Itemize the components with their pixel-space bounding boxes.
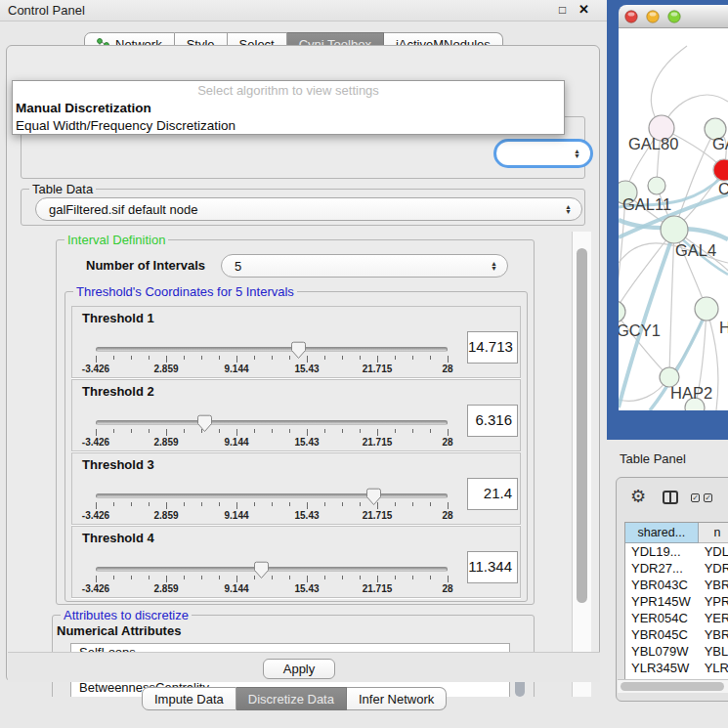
column-header-name[interactable]: n: [699, 523, 728, 543]
tick-mark: [430, 429, 431, 433]
gear-icon[interactable]: ⚙: [630, 486, 646, 507]
tick-label: 9.144: [224, 364, 248, 374]
node-gal4[interactable]: [661, 216, 688, 243]
section-title: Threshold's Coordinates for 5 Intervals: [73, 284, 297, 299]
tick-mark: [324, 576, 325, 579]
tick-mark: [219, 356, 220, 360]
tick-mark: [395, 429, 396, 433]
tick-mark: [131, 576, 132, 579]
table-row[interactable]: YLR345WYLR3: [625, 660, 728, 676]
table-row[interactable]: YBL079WYBL0: [625, 643, 728, 660]
table-cell: YBR043C: [625, 577, 699, 593]
table-row[interactable]: YPR145WYPR1: [625, 593, 728, 610]
tick-mark: [236, 429, 237, 436]
dropdown-option-manual-discretization[interactable]: Manual Discretization: [13, 100, 564, 117]
threshold-label: Threshold 3: [82, 457, 154, 472]
tick-mark: [412, 429, 413, 433]
split-columns-icon[interactable]: [663, 491, 678, 504]
threshold-slider[interactable]: -3.4262.8599.14415.4321.71528: [96, 566, 448, 597]
panel-title: Control Panel: [8, 3, 85, 18]
bottom-tab-bar: Impute DataDiscretize DataInfer Network: [142, 687, 447, 710]
tick-label: 15.43: [294, 583, 319, 594]
threshold-slider[interactable]: -3.4262.8599.14415.4321.71528: [96, 492, 448, 524]
network-window-frame[interactable]: GAL80 GA C GAL11 GAL4 GCY1 H HAP2: [607, 0, 728, 440]
network-canvas[interactable]: GAL80 GA C GAL11 GAL4 GCY1 H HAP2: [619, 28, 728, 410]
tick-mark: [254, 429, 255, 433]
slider-track[interactable]: [96, 567, 448, 572]
tick-mark: [377, 576, 378, 582]
tick-mark: [430, 576, 431, 579]
node[interactable]: [648, 177, 665, 194]
tick-label: -3.426: [82, 583, 109, 594]
tick-mark: [342, 576, 343, 579]
column-header-shared-name[interactable]: shared...: [625, 523, 699, 543]
slider-track[interactable]: [96, 420, 448, 425]
tick-mark: [448, 502, 449, 509]
svg-text:GCY1: GCY1: [619, 321, 661, 339]
slider-thumb[interactable]: [253, 561, 270, 583]
tick-mark: [254, 502, 255, 506]
num-intervals-spinner[interactable]: 5 ▲▼: [221, 254, 508, 278]
tick-mark: [131, 429, 132, 433]
checkbox-icon[interactable]: ✓: [704, 493, 712, 502]
table-data-combobox[interactable]: galFiltered.sif default node ▲▼: [35, 197, 582, 221]
threshold-value-field[interactable]: 21.4: [467, 478, 518, 510]
svg-text:GAL4: GAL4: [675, 241, 716, 259]
tick-label: 2.859: [153, 510, 178, 521]
tab-infer-network[interactable]: Infer Network: [347, 687, 447, 710]
tick-mark: [184, 429, 185, 433]
tab-impute-data[interactable]: Impute Data: [142, 687, 236, 710]
tick-label: -3.426: [82, 437, 109, 448]
table-horizontal-scrollbar[interactable]: [618, 679, 728, 693]
slider-thumb[interactable]: [196, 414, 213, 437]
slider-track[interactable]: [96, 493, 448, 498]
table-row[interactable]: YDL19...YDL1: [625, 543, 728, 560]
panel-scrollbar[interactable]: [572, 232, 591, 697]
table-row[interactable]: YDR27...YDR2: [625, 560, 728, 577]
dropdown-option-equal-width-frequency[interactable]: Equal Width/Frequency Discretization: [13, 117, 564, 135]
threshold-value-field[interactable]: 14.713: [467, 331, 518, 364]
tick-mark: [307, 502, 308, 509]
node-selected-red[interactable]: [713, 159, 728, 181]
tab-discretize-data[interactable]: Discretize Data: [236, 687, 347, 710]
cyni-toolbox-panel: Discretization Algorithm ▲▼ Table Data g…: [6, 45, 600, 682]
tick-mark: [96, 356, 97, 363]
algorithm-combobox[interactable]: ▲▼: [493, 139, 593, 168]
combo-arrows-icon: ▲▼: [565, 204, 572, 214]
tick-mark: [412, 502, 413, 506]
table-row[interactable]: YER054CYER0: [625, 610, 728, 626]
apply-button[interactable]: Apply: [263, 659, 335, 679]
tick-mark: [377, 356, 378, 363]
tick-mark: [236, 356, 237, 363]
spinner-arrows-icon: ▲▼: [491, 261, 497, 271]
slider-track[interactable]: [96, 347, 448, 352]
threshold-slider[interactable]: -3.4262.8599.14415.4321.71528: [96, 419, 448, 450]
slider-thumb[interactable]: [290, 341, 307, 364]
table-row[interactable]: YBR043CYBR0: [625, 577, 728, 593]
node-gcy1[interactable]: [619, 301, 625, 322]
tab-label: Discretize Data: [248, 692, 334, 707]
algorithm-dropdown-popup: Select algorithm to view settings Manual…: [12, 80, 565, 135]
node[interactable]: [695, 297, 718, 321]
close-icon[interactable]: ✕: [578, 2, 589, 17]
network-graph: GAL80 GA C GAL11 GAL4 GCY1 H HAP2: [619, 28, 728, 410]
apply-bar: Apply: [8, 652, 600, 682]
checkbox-icon[interactable]: ✓: [691, 493, 700, 502]
tick-label: 2.859: [153, 364, 178, 374]
threshold-slider[interactable]: -3.4262.8599.14415.4321.71528: [96, 346, 448, 377]
float-window-icon[interactable]: □: [559, 3, 566, 17]
threshold-value-field[interactable]: 6.316: [467, 405, 518, 437]
tick-mark: [96, 429, 97, 436]
tick-mark: [96, 502, 97, 509]
tick-mark: [272, 356, 273, 360]
table-cell: YER054C: [625, 610, 699, 626]
network-window-titlebar[interactable]: [619, 5, 728, 28]
table-toolbar: ⚙ ✓ ✓: [617, 478, 728, 521]
table-cell: YBL079W: [625, 643, 699, 660]
table-data-section: Table Data galFiltered.sif default node …: [21, 189, 585, 226]
tick-label: 28: [442, 510, 452, 521]
table-row[interactable]: YBR045CYBR0: [625, 626, 728, 643]
threshold-value-field[interactable]: 11.344: [467, 551, 518, 583]
slider-thumb[interactable]: [365, 488, 382, 510]
table-panel-title: Table Panel: [620, 451, 686, 466]
